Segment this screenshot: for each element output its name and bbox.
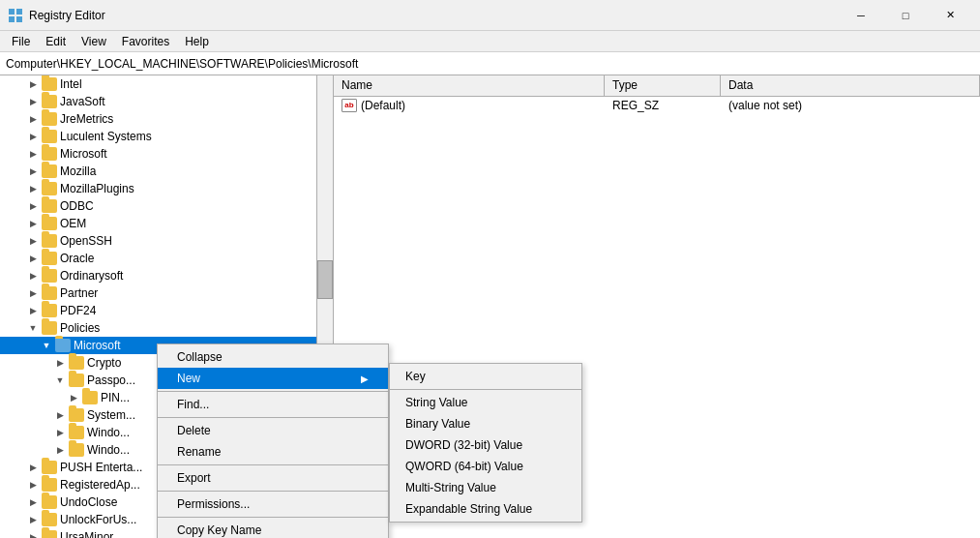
col-header-name: Name xyxy=(334,75,605,96)
expand-arrow: ▶ xyxy=(54,427,66,438)
submenu-dword[interactable]: DWORD (32-bit) Value xyxy=(390,434,581,456)
folder-icon xyxy=(42,182,57,195)
submenu-key[interactable]: Key xyxy=(390,366,581,387)
expand-arrow: ▶ xyxy=(27,218,39,229)
folder-icon xyxy=(42,304,57,317)
folder-icon xyxy=(42,252,57,265)
minimize-button[interactable]: ─ xyxy=(839,0,883,31)
tree-item-openssh[interactable]: ▶ OpenSSH xyxy=(0,232,333,250)
title-bar: Registry Editor ─ □ ✕ xyxy=(0,0,980,31)
submenu-multi-string[interactable]: Multi-String Value xyxy=(390,477,581,498)
tree-item-microsoft-sw[interactable]: ▶ Microsoft xyxy=(0,145,333,163)
tree-item-oracle[interactable]: ▶ Oracle xyxy=(0,250,333,267)
tree-label: Crypto xyxy=(87,356,121,370)
folder-icon xyxy=(42,130,57,143)
tree-item-jremetrics[interactable]: ▶ JreMetrics xyxy=(0,110,333,128)
ctx-permissions[interactable]: Permissions... xyxy=(158,493,388,515)
expand-arrow: ▶ xyxy=(27,253,39,264)
cell-data: (value not set) xyxy=(721,97,980,114)
ctx-find[interactable]: Find... xyxy=(158,394,388,415)
folder-icon xyxy=(69,426,84,439)
folder-icon xyxy=(42,478,57,492)
expand-arrow: ▼ xyxy=(41,340,52,351)
ctx-label-new: New xyxy=(177,372,200,385)
svg-rect-1 xyxy=(16,9,22,15)
ctx-new[interactable]: New ▶ xyxy=(158,368,388,389)
expand-arrow: ▶ xyxy=(27,462,39,473)
tree-item-partner[interactable]: ▶ Partner xyxy=(0,284,333,302)
close-button[interactable]: ✕ xyxy=(928,0,972,31)
submenu-qword[interactable]: QWORD (64-bit) Value xyxy=(390,456,581,477)
ctx-label-permissions: Permissions... xyxy=(177,497,250,511)
tree-item-mozilla[interactable]: ▶ Mozilla xyxy=(0,163,333,180)
expand-arrow: ▶ xyxy=(27,531,39,538)
tree-item-luculent[interactable]: ▶ Luculent Systems xyxy=(0,128,333,145)
folder-icon xyxy=(42,112,57,126)
menu-help[interactable]: Help xyxy=(177,33,217,50)
registry-row-default[interactable]: ab (Default) REG_SZ (value not set) xyxy=(334,97,980,114)
tree-item-oem[interactable]: ▶ OEM xyxy=(0,215,333,232)
ctx-rename[interactable]: Rename xyxy=(158,441,388,463)
tree-label: Policies xyxy=(60,321,100,335)
tree-label: Luculent Systems xyxy=(60,130,152,143)
tree-label: Mozilla xyxy=(60,164,96,178)
submenu-expandable-string[interactable]: Expandable String Value xyxy=(390,498,581,520)
col-header-type: Type xyxy=(605,75,721,96)
expand-arrow: ▶ xyxy=(27,270,39,282)
tree-label: PUSH Enterta... xyxy=(60,461,142,474)
ctx-copy-key[interactable]: Copy Key Name xyxy=(158,520,388,538)
expand-arrow: ▶ xyxy=(27,479,39,491)
tree-item-policies[interactable]: ▼ Policies xyxy=(0,319,333,337)
menu-edit[interactable]: Edit xyxy=(38,33,74,50)
tree-label: UndoClose xyxy=(60,495,117,509)
ctx-label-find: Find... xyxy=(177,398,209,411)
tree-label: JavaSoft xyxy=(60,95,105,108)
expand-arrow: ▶ xyxy=(27,78,39,90)
folder-icon xyxy=(42,286,57,300)
cell-type: REG_SZ xyxy=(605,97,721,114)
tree-item-javasoft[interactable]: ▶ JavaSoft xyxy=(0,93,333,110)
expand-arrow: ▼ xyxy=(27,322,39,334)
folder-icon xyxy=(42,495,57,509)
expand-arrow: ▶ xyxy=(54,357,66,369)
menu-favorites[interactable]: Favorites xyxy=(114,33,177,50)
expand-arrow: ▶ xyxy=(27,96,39,107)
ctx-sep-1 xyxy=(158,391,388,392)
column-headers: Name Type Data xyxy=(334,75,980,97)
ctx-label-rename: Rename xyxy=(177,445,221,459)
svg-rect-3 xyxy=(16,16,22,22)
folder-icon xyxy=(42,461,57,474)
ctx-collapse[interactable]: Collapse xyxy=(158,346,388,368)
ctx-delete[interactable]: Delete xyxy=(158,420,388,441)
menu-file[interactable]: File xyxy=(4,33,38,50)
folder-icon xyxy=(42,513,57,526)
folder-icon xyxy=(69,374,84,387)
folder-icon xyxy=(42,234,57,248)
expand-arrow: ▶ xyxy=(27,113,39,125)
maximize-button[interactable]: □ xyxy=(883,0,928,31)
folder-icon xyxy=(42,147,57,161)
tree-label: OpenSSH xyxy=(60,234,112,248)
folder-icon xyxy=(42,95,57,108)
expand-arrow: ▶ xyxy=(54,444,66,456)
submenu-string-value[interactable]: String Value xyxy=(390,392,581,413)
tree-item-ordinarysoft[interactable]: ▶ Ordinarysoft xyxy=(0,267,333,284)
menu-view[interactable]: View xyxy=(74,33,114,50)
ctx-export[interactable]: Export xyxy=(158,467,388,489)
ctx-sep-4 xyxy=(158,491,388,492)
submenu-binary-value[interactable]: Binary Value xyxy=(390,413,581,434)
app-icon xyxy=(8,8,23,23)
folder-icon xyxy=(42,77,57,91)
expand-arrow: ▶ xyxy=(27,183,39,194)
tree-item-pdf24[interactable]: ▶ PDF24 xyxy=(0,302,333,319)
context-menu: Collapse New ▶ Find... Delete Rename Exp… xyxy=(157,344,389,538)
tree-item-intel[interactable]: ▶ Intel xyxy=(0,75,333,93)
value-name: (Default) xyxy=(361,99,405,112)
tree-label: Microsoft xyxy=(74,339,121,352)
expand-arrow: ▶ xyxy=(27,287,39,299)
tree-item-odbc[interactable]: ▶ ODBC xyxy=(0,197,333,215)
submenu-sep-1 xyxy=(390,389,581,390)
scrollbar-thumb[interactable] xyxy=(317,260,333,299)
tree-item-mozillaplugins[interactable]: ▶ MozillaPlugins xyxy=(0,180,333,197)
expand-arrow: ▶ xyxy=(27,235,39,247)
